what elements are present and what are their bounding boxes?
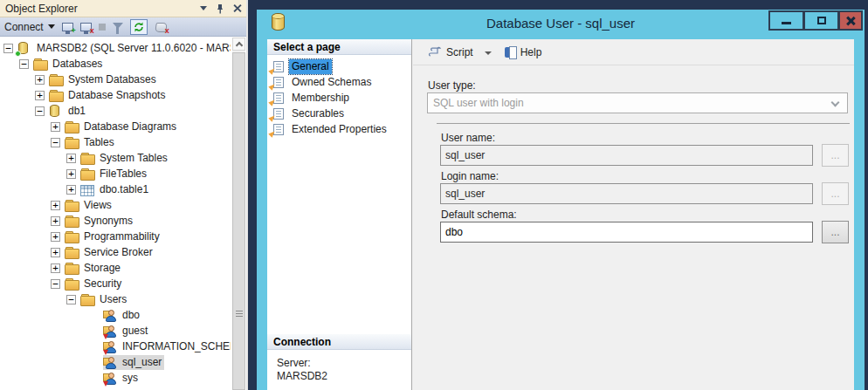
script-error-icon[interactable]: x xyxy=(155,22,168,32)
tree-item-target[interactable]: db1 xyxy=(49,104,88,119)
tree-item-target[interactable]: Synonyms xyxy=(65,214,135,229)
default-schema-browse-button[interactable]: ... xyxy=(822,221,849,243)
collapse-icon[interactable]: − xyxy=(19,59,29,69)
tree-item-sql-user[interactable]: sql_user xyxy=(0,354,231,370)
refresh-icon xyxy=(134,22,144,32)
tree-item-system-databases[interactable]: +System Databases xyxy=(0,72,231,87)
tree-item-target[interactable]: sys xyxy=(103,371,141,386)
expand-icon[interactable]: + xyxy=(51,263,60,273)
tree-item-target[interactable]: guest xyxy=(103,324,150,339)
tree-item-users[interactable]: −Users xyxy=(0,291,231,307)
tree-item-label: FileTables xyxy=(98,167,149,181)
tree-item-database-snapshots[interactable]: +Database Snapshots xyxy=(0,87,231,103)
expand-icon[interactable]: + xyxy=(51,232,60,242)
tree-item-target[interactable]: Service Broker xyxy=(65,245,155,260)
help-button[interactable]: Help xyxy=(502,44,545,60)
pin-icon[interactable] xyxy=(216,3,224,14)
tree-item-target[interactable]: dbo xyxy=(103,308,142,323)
tree-item-filetables[interactable]: +FileTables xyxy=(0,166,231,181)
tree-item-synonyms[interactable]: +Synonyms xyxy=(0,213,231,229)
tree-item-database-diagrams[interactable]: +Database Diagrams xyxy=(0,119,231,134)
expand-icon[interactable]: + xyxy=(35,75,45,85)
tree-item-guest[interactable]: guest xyxy=(0,323,231,339)
database-icon xyxy=(49,105,63,118)
minimize-button[interactable] xyxy=(768,10,803,31)
tree-item-target[interactable]: Security xyxy=(65,277,124,291)
collapse-icon[interactable]: − xyxy=(66,295,76,304)
tree-item-target[interactable]: Programmability xyxy=(65,229,162,244)
expand-icon[interactable]: + xyxy=(51,122,60,132)
tree-item-target[interactable]: Storage xyxy=(65,261,123,276)
window-position-icon[interactable] xyxy=(200,6,207,10)
maximize-button[interactable] xyxy=(803,10,838,31)
collapse-icon[interactable]: − xyxy=(51,138,60,147)
tree-item-databases[interactable]: −Databases xyxy=(0,56,231,72)
tree-item-service-broker[interactable]: +Service Broker xyxy=(0,244,231,260)
collapse-icon[interactable]: − xyxy=(35,106,45,116)
tree-item-security[interactable]: −Security xyxy=(0,276,231,291)
expand-icon[interactable]: + xyxy=(51,201,60,210)
tree-item-tables[interactable]: −Tables xyxy=(0,134,231,150)
tree-item-target[interactable]: System Databases xyxy=(49,72,159,87)
tree-item-programmability[interactable]: +Programmability xyxy=(0,229,231,244)
page-item-extended-properties[interactable]: Extended Properties xyxy=(267,121,411,137)
page-item-general[interactable]: General xyxy=(267,58,411,74)
tree-item-target[interactable]: sql_user xyxy=(103,355,164,370)
tree-item-target[interactable]: FileTables xyxy=(80,167,149,181)
tree-item-dbo-table1[interactable]: +dbo.table1 xyxy=(0,181,231,197)
script-button[interactable]: Script xyxy=(424,44,476,60)
expand-icon[interactable]: + xyxy=(66,185,76,195)
tree-item-target[interactable]: Users xyxy=(80,292,129,307)
tree-item-information-schem[interactable]: INFORMATION_SCHEM xyxy=(0,339,231,354)
filter-icon[interactable] xyxy=(113,23,123,29)
scrollbar-grip-icon xyxy=(236,311,243,317)
scroll-up-button[interactable] xyxy=(232,38,245,51)
close-button[interactable] xyxy=(838,10,863,31)
connect-object-explorer-icon[interactable]: + xyxy=(62,23,73,31)
tree-item-target[interactable]: Tables xyxy=(65,135,117,150)
tree-item-label: sys xyxy=(121,371,141,386)
expand-icon[interactable]: + xyxy=(35,91,45,100)
tree-item-views[interactable]: +Views xyxy=(0,197,231,213)
user-off-icon xyxy=(103,372,117,385)
tree-item-marsdb2-sql-server-11-0-6020-marsd[interactable]: −MARSDB2 (SQL Server 11.0.6020 - MARSD xyxy=(0,40,231,56)
tree-item-db1[interactable]: −db1 xyxy=(0,103,231,119)
script-dropdown-icon[interactable] xyxy=(485,51,492,55)
tree-item-target[interactable]: MARSDB2 (SQL Server 11.0.6020 - MARSD xyxy=(17,41,231,56)
tree-item-target[interactable]: Databases xyxy=(33,57,105,72)
tree-item-target[interactable]: INFORMATION_SCHEM xyxy=(103,339,231,354)
tree-item-target[interactable]: Database Snapshots xyxy=(49,88,168,103)
dialog-titlebar[interactable]: Database User - sql_user xyxy=(257,10,865,37)
page-item-securables[interactable]: Securables xyxy=(267,106,411,121)
folder-icon xyxy=(65,136,79,149)
page-item-membership[interactable]: Membership xyxy=(267,90,411,106)
user-icon xyxy=(103,356,117,369)
expand-icon[interactable]: + xyxy=(51,248,60,257)
expand-icon[interactable]: + xyxy=(66,169,76,179)
tree-item-label: INFORMATION_SCHEM xyxy=(121,339,231,354)
collapse-icon[interactable]: − xyxy=(3,44,13,53)
tree-item-target[interactable]: Views xyxy=(65,198,114,213)
collapse-icon[interactable]: − xyxy=(51,279,60,289)
tree-item-target[interactable]: Database Diagrams xyxy=(65,120,179,134)
tree-item-sys[interactable]: sys xyxy=(0,370,231,386)
tree-item-system-tables[interactable]: +System Tables xyxy=(0,150,231,166)
close-icon xyxy=(846,17,855,25)
tree-item-label: Service Broker xyxy=(82,245,155,260)
tree-item-target[interactable]: dbo.table1 xyxy=(80,182,151,197)
connect-button[interactable]: Connect xyxy=(4,21,55,33)
tree-item-target[interactable]: System Tables xyxy=(80,151,170,166)
expand-icon[interactable]: + xyxy=(66,154,76,163)
refresh-button[interactable] xyxy=(130,19,148,35)
close-icon[interactable] xyxy=(233,4,241,12)
page-icon xyxy=(273,77,284,88)
default-schema-field[interactable] xyxy=(440,222,813,243)
disconnect-icon[interactable]: x xyxy=(80,23,92,31)
page-item-owned-schemas[interactable]: Owned Schemas xyxy=(267,74,411,90)
tree-item-storage[interactable]: +Storage xyxy=(0,260,231,276)
expand-icon[interactable]: + xyxy=(51,216,60,226)
tree-item-dbo[interactable]: dbo xyxy=(0,307,231,323)
vertical-scrollbar[interactable] xyxy=(232,38,245,390)
help-icon xyxy=(505,46,516,58)
scrollbar-thumb[interactable] xyxy=(232,52,245,390)
